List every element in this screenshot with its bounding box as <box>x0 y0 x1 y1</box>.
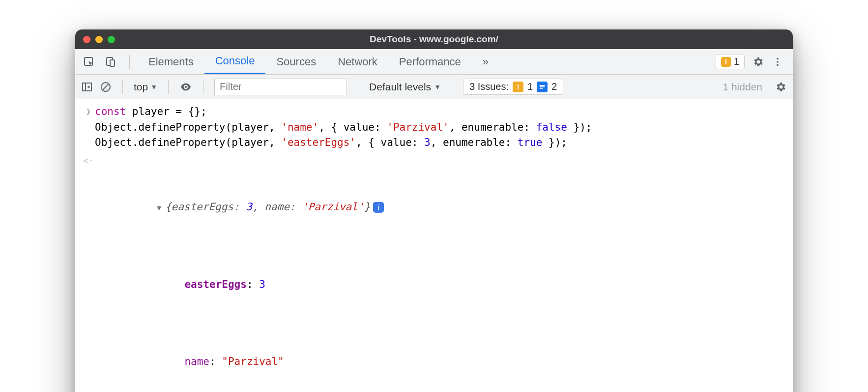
console-toolbar: top ▼ Default levels ▼ 3 Issues: ! 1 2 1… <box>75 75 793 99</box>
panel-tabs: Elements Console Sources Network Perform… <box>138 49 499 74</box>
disclosure-open-icon[interactable]: ▼ <box>157 203 161 213</box>
maximize-window-button[interactable] <box>108 36 115 43</box>
tab-performance[interactable]: Performance <box>388 49 472 74</box>
close-window-button[interactable] <box>83 36 90 43</box>
object-property: easterEggs: 3 <box>95 261 384 308</box>
issues-chip[interactable]: 3 Issues: ! 1 2 <box>463 79 563 95</box>
settings-icon[interactable] <box>752 56 764 68</box>
context-label: top <box>134 81 148 93</box>
devtools-window: DevTools - www.google.com/ Elements Cons… <box>75 29 793 392</box>
object-property: name: "Parzival" <box>95 339 384 386</box>
execution-context-selector[interactable]: top ▼ <box>134 81 157 93</box>
warnings-count: 1 <box>734 56 739 67</box>
console-input-row: ❯ const player = {}; Object.defineProper… <box>75 103 793 152</box>
info-icon <box>537 82 548 92</box>
show-console-sidebar-icon[interactable] <box>81 81 93 93</box>
svg-point-4 <box>777 61 779 63</box>
chevron-down-icon: ▼ <box>434 83 441 91</box>
window-titlebar: DevTools - www.google.com/ <box>75 29 793 49</box>
separator <box>358 80 358 94</box>
separator <box>129 55 130 69</box>
tab-sources[interactable]: Sources <box>265 49 327 74</box>
log-levels-selector[interactable]: Default levels ▼ <box>369 81 441 93</box>
panel-tabbar: Elements Console Sources Network Perform… <box>75 49 793 75</box>
console-input-code: const player = {}; Object.defineProperty… <box>95 104 592 151</box>
input-marker-icon: ❯ <box>82 104 95 116</box>
more-menu-icon[interactable] <box>771 56 784 68</box>
hidden-messages-label: 1 hidden <box>723 81 762 93</box>
result-object[interactable]: ▼{easterEggs: 3, name: 'Parzival'}i east… <box>95 153 384 392</box>
filter-input[interactable] <box>214 79 347 95</box>
svg-point-8 <box>185 85 187 87</box>
separator <box>168 80 169 94</box>
chevron-down-icon: ▼ <box>150 83 157 91</box>
issues-info-count: 2 <box>551 81 557 92</box>
device-toolbar-icon[interactable] <box>104 55 117 69</box>
separator <box>122 80 123 94</box>
svg-point-5 <box>777 64 779 66</box>
traffic-lights <box>75 36 115 43</box>
console-messages: ❯ const player = {}; Object.defineProper… <box>75 99 793 392</box>
live-expression-icon[interactable] <box>179 81 192 93</box>
clear-console-icon[interactable] <box>100 81 112 93</box>
tabs-overflow-button[interactable]: » <box>472 49 499 74</box>
inspect-element-icon[interactable] <box>82 55 96 69</box>
tab-network[interactable]: Network <box>327 49 388 74</box>
tab-console[interactable]: Console <box>204 49 266 74</box>
levels-label: Default levels <box>369 81 431 93</box>
tab-elements[interactable]: Elements <box>138 49 204 74</box>
output-marker-icon: <· <box>82 153 95 166</box>
issues-label: 3 Issues: <box>469 81 509 92</box>
separator <box>452 80 452 94</box>
svg-rect-2 <box>110 60 115 66</box>
warning-icon: ! <box>513 82 523 92</box>
warning-icon: ! <box>721 57 731 67</box>
svg-point-3 <box>777 57 779 59</box>
info-icon[interactable]: i <box>373 202 384 213</box>
issues-warn-count: 1 <box>527 81 533 92</box>
minimize-window-button[interactable] <box>95 36 103 43</box>
separator <box>203 80 203 94</box>
window-title: DevTools - www.google.com/ <box>370 34 498 45</box>
warnings-chip[interactable]: ! 1 <box>716 54 745 69</box>
console-settings-icon[interactable] <box>774 81 787 93</box>
console-result-row: <· ▼{easterEggs: 3, name: 'Parzival'}i e… <box>75 152 793 392</box>
